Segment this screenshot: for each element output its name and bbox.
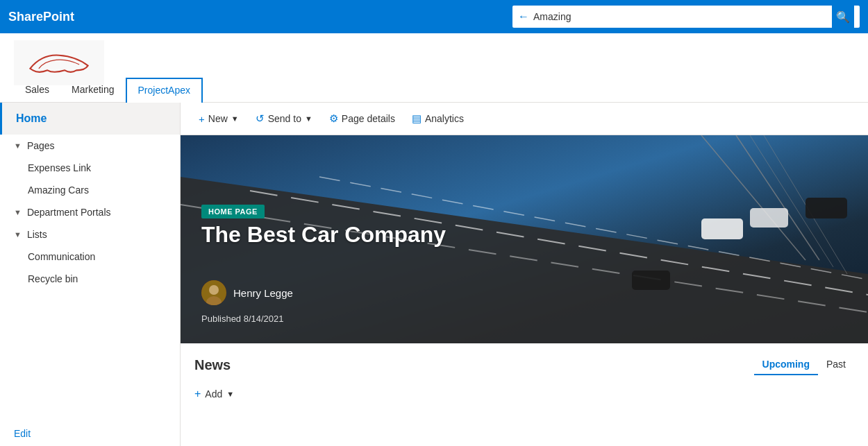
send-chevron-icon: ▼ xyxy=(305,114,312,123)
analytics-icon: ▤ xyxy=(412,112,422,125)
send-icon: ↺ xyxy=(256,112,265,125)
send-to-button[interactable]: ↺ Send to ▼ xyxy=(249,108,319,129)
add-news-button[interactable]: + Add ▼ xyxy=(194,385,234,403)
plus-icon: + xyxy=(199,113,205,125)
site-tab-sales[interactable]: Sales xyxy=(14,78,60,102)
hero-badge: HOME PAGE xyxy=(201,205,265,218)
add-icon: + xyxy=(194,388,201,400)
new-chevron-icon: ▼ xyxy=(231,114,239,123)
sidebar-item-expenses-link[interactable]: Expenses Link xyxy=(0,157,180,179)
sidebar-edit-button[interactable]: Edit xyxy=(0,421,180,446)
main-layout: Home ▼ Pages Expenses Link Amazing Cars … xyxy=(0,103,868,446)
sidebar-section-lists[interactable]: ▼ Lists xyxy=(0,223,180,246)
sidebar-item-amazing-cars[interactable]: Amazing Cars xyxy=(0,179,180,201)
search-icon: 🔍 xyxy=(836,10,850,24)
svg-rect-9 xyxy=(701,218,743,239)
analytics-button[interactable]: ▤ Analytics xyxy=(405,108,471,129)
send-to-label: Send to xyxy=(268,113,301,124)
news-section: News Upcoming Past + Add ▼ xyxy=(181,343,868,418)
search-button[interactable]: 🔍 xyxy=(832,6,854,28)
page-details-button[interactable]: ⚙ Page details xyxy=(322,108,402,129)
sidebar-section-label: Pages xyxy=(27,140,55,151)
sidebar-item-home[interactable]: Home xyxy=(0,103,180,135)
news-header: News Upcoming Past xyxy=(194,354,854,375)
sidebar-item-recycle-bin[interactable]: Recycle bin xyxy=(0,268,180,290)
app-logo: SharePoint xyxy=(8,10,74,24)
hero-author: Henry Legge xyxy=(201,280,293,305)
svg-rect-10 xyxy=(750,208,788,228)
back-icon[interactable]: ← xyxy=(518,10,529,23)
hero-banner: HOME PAGE The Best Car Company Henry Leg… xyxy=(181,135,868,343)
sidebar-item-communication[interactable]: Communication xyxy=(0,246,180,268)
toolbar: + New ▼ ↺ Send to ▼ ⚙ Page details ▤ Ana… xyxy=(181,103,868,135)
sidebar-section-label: Lists xyxy=(27,229,47,240)
author-avatar xyxy=(201,280,226,305)
chevron-down-icon: ▼ xyxy=(14,141,22,150)
sidebar-section-label: Department Portals xyxy=(27,207,111,218)
hero-published: Published 8/14/2021 xyxy=(201,314,284,324)
news-tabs: Upcoming Past xyxy=(754,354,854,375)
sidebar: Home ▼ Pages Expenses Link Amazing Cars … xyxy=(0,103,181,446)
top-navigation: SharePoint ← 🔍 xyxy=(0,0,868,33)
gear-icon: ⚙ xyxy=(329,112,338,125)
page-details-label: Page details xyxy=(342,113,395,124)
site-tab-marketing[interactable]: Marketing xyxy=(60,78,125,102)
tab-upcoming[interactable]: Upcoming xyxy=(754,354,818,375)
site-tab-project-apex[interactable]: ProjectApex xyxy=(126,78,203,103)
analytics-label: Analytics xyxy=(425,113,464,124)
avatar-image xyxy=(201,280,226,305)
sidebar-section-department-portals[interactable]: ▼ Department Portals xyxy=(0,201,180,223)
site-tabs-row: Sales Marketing ProjectApex xyxy=(0,78,203,102)
new-button[interactable]: + New ▼ xyxy=(192,109,246,129)
hero-title: The Best Car Company xyxy=(201,222,446,248)
news-add-row: + Add ▼ xyxy=(194,381,854,407)
search-input[interactable] xyxy=(533,11,828,22)
add-label: Add xyxy=(205,388,222,400)
svg-point-14 xyxy=(209,285,219,295)
car-logo-svg xyxy=(24,47,94,78)
chevron-right-icon: ▼ xyxy=(14,230,22,239)
search-bar[interactable]: ← 🔍 xyxy=(512,6,860,28)
content-area: + New ▼ ↺ Send to ▼ ⚙ Page details ▤ Ana… xyxy=(181,103,868,446)
tab-past[interactable]: Past xyxy=(818,354,854,375)
news-title: News xyxy=(194,357,231,373)
author-name: Henry Legge xyxy=(233,287,293,299)
add-chevron-icon: ▼ xyxy=(226,390,234,398)
sidebar-section-pages[interactable]: ▼ Pages xyxy=(0,135,180,157)
new-label: New xyxy=(208,113,228,124)
site-header: Sales Marketing ProjectApex xyxy=(0,33,868,103)
svg-rect-12 xyxy=(632,271,670,290)
chevron-right-icon: ▼ xyxy=(14,208,22,216)
svg-rect-11 xyxy=(806,198,847,218)
